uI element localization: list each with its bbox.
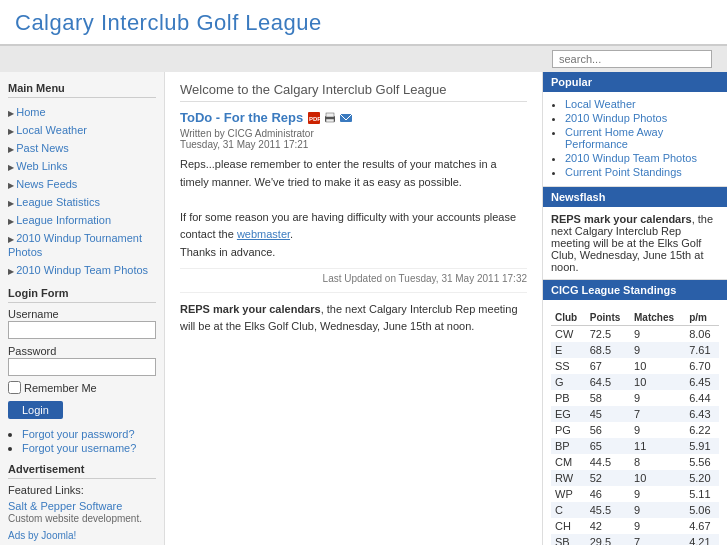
standings-cell-matches: 10 bbox=[630, 374, 685, 390]
standings-cell-pm: 6.45 bbox=[685, 374, 719, 390]
nav-link[interactable]: 2010 Windup Tournament Photos bbox=[8, 232, 142, 258]
remember-checkbox[interactable] bbox=[8, 381, 21, 394]
standings-cell-pm: 8.06 bbox=[685, 326, 719, 343]
nav-item[interactable]: League Statistics bbox=[8, 193, 156, 211]
popular-item[interactable]: Current Point Standings bbox=[565, 166, 719, 178]
standings-cell-pm: 7.61 bbox=[685, 342, 719, 358]
password-input[interactable] bbox=[8, 358, 156, 376]
standings-cell-matches: 9 bbox=[630, 518, 685, 534]
advertisement-section: Advertisement Featured Links: Salt & Pep… bbox=[8, 463, 156, 541]
article-para-3-text: Thanks in advance. bbox=[180, 246, 275, 258]
popular-box: Popular Local Weather2010 Windup PhotosC… bbox=[543, 72, 727, 187]
standings-cell-matches: 9 bbox=[630, 502, 685, 518]
popular-item[interactable]: Current Home Away Performance bbox=[565, 126, 719, 150]
standings-cell-points: 45 bbox=[586, 406, 630, 422]
article-meta-written-text: Written by CICG Administrator bbox=[180, 128, 314, 139]
popular-item[interactable]: 2010 Windup Photos bbox=[565, 112, 719, 124]
nav-link[interactable]: League Information bbox=[16, 214, 111, 226]
standings-cell-matches: 9 bbox=[630, 342, 685, 358]
main-menu-title: Main Menu bbox=[8, 82, 156, 98]
article-1-meta-written: Written by CICG Administrator Tuesday, 3… bbox=[180, 128, 527, 150]
article-2: REPS mark your calendars, the next Calga… bbox=[180, 292, 527, 336]
nav-item[interactable]: League Information bbox=[8, 211, 156, 229]
standings-content: ClubPointsMatchesp/m CW72.598.06E68.597.… bbox=[543, 300, 727, 545]
standings-cell-matches: 8 bbox=[630, 454, 685, 470]
standings-row: CW72.598.06 bbox=[551, 326, 719, 343]
nav-link[interactable]: 2010 Windup Team Photos bbox=[16, 264, 148, 276]
main-content: Welcome to the Calgary Interclub Golf Le… bbox=[165, 72, 542, 545]
popular-list: Local Weather2010 Windup PhotosCurrent H… bbox=[551, 98, 719, 178]
username-input[interactable] bbox=[8, 321, 156, 339]
standings-cell-points: 45.5 bbox=[586, 502, 630, 518]
article-para-2-text: If for some reason you are having diffic… bbox=[180, 211, 516, 241]
standings-row: G64.5106.45 bbox=[551, 374, 719, 390]
nav-list: HomeLocal WeatherPast NewsWeb LinksNews … bbox=[8, 103, 156, 279]
standings-cell-club: CW bbox=[551, 326, 586, 343]
popular-link[interactable]: Current Home Away Performance bbox=[565, 126, 663, 150]
popular-link[interactable]: Current Point Standings bbox=[565, 166, 682, 178]
standings-row: RW52105.20 bbox=[551, 470, 719, 486]
newsflash-box: Newsflash REPS mark your calendars, the … bbox=[543, 187, 727, 280]
standings-cell-club: BP bbox=[551, 438, 586, 454]
standings-cell-club: G bbox=[551, 374, 586, 390]
login-button[interactable]: Login bbox=[8, 401, 63, 419]
standings-row: BP65115.91 bbox=[551, 438, 719, 454]
nav-link[interactable]: Web Links bbox=[16, 160, 67, 172]
forgot-password-link[interactable]: Forgot your password? bbox=[22, 427, 156, 441]
standings-cell-pm: 5.56 bbox=[685, 454, 719, 470]
standings-cell-pm: 5.20 bbox=[685, 470, 719, 486]
right-sidebar: Popular Local Weather2010 Windup PhotosC… bbox=[542, 72, 727, 545]
forgot-username-link[interactable]: Forgot your username? bbox=[22, 441, 156, 455]
standings-cell-points: 64.5 bbox=[586, 374, 630, 390]
standings-cell-pm: 6.70 bbox=[685, 358, 719, 374]
standings-cell-points: 72.5 bbox=[586, 326, 630, 343]
nav-link[interactable]: Local Weather bbox=[16, 124, 87, 136]
standings-header-cell: p/m bbox=[685, 310, 719, 326]
remember-me-row: Remember Me bbox=[8, 381, 156, 394]
svg-text:PDF: PDF bbox=[309, 116, 321, 122]
newsflash-title: Newsflash bbox=[543, 187, 727, 207]
webmaster-link[interactable]: webmaster bbox=[237, 228, 290, 240]
standings-cell-points: 29.5 bbox=[586, 534, 630, 545]
popular-item[interactable]: 2010 Windup Team Photos bbox=[565, 152, 719, 164]
standings-cell-points: 46 bbox=[586, 486, 630, 502]
standings-header-cell: Club bbox=[551, 310, 586, 326]
advert-link[interactable]: Salt & Pepper Software bbox=[8, 500, 122, 512]
nav-item[interactable]: Home bbox=[8, 103, 156, 121]
article-2-bold: REPS mark your calendars bbox=[180, 303, 321, 315]
popular-item[interactable]: Local Weather bbox=[565, 98, 719, 110]
left-sidebar: Main Menu HomeLocal WeatherPast NewsWeb … bbox=[0, 72, 165, 545]
nav-link[interactable]: News Feeds bbox=[16, 178, 77, 190]
nav-link[interactable]: League Statistics bbox=[16, 196, 100, 208]
login-form-title: Login Form bbox=[8, 287, 156, 303]
search-input[interactable] bbox=[552, 50, 712, 68]
nav-item[interactable]: 2010 Windup Team Photos bbox=[8, 261, 156, 279]
article-updated: Last Updated on Tuesday, 31 May 2011 17:… bbox=[180, 268, 527, 284]
nav-item[interactable]: News Feeds bbox=[8, 175, 156, 193]
nav-link[interactable]: Home bbox=[16, 106, 45, 118]
standings-cell-club: CM bbox=[551, 454, 586, 470]
popular-link[interactable]: 2010 Windup Photos bbox=[565, 112, 667, 124]
standings-table: ClubPointsMatchesp/m CW72.598.06E68.597.… bbox=[551, 310, 719, 545]
nav-item[interactable]: 2010 Windup Tournament Photos bbox=[8, 229, 156, 261]
popular-link[interactable]: Local Weather bbox=[565, 98, 636, 110]
ads-by-label: Ads by Joomla! bbox=[8, 530, 156, 541]
standings-cell-pm: 6.43 bbox=[685, 406, 719, 422]
standings-cell-matches: 9 bbox=[630, 486, 685, 502]
main-nav: HomeLocal WeatherPast NewsWeb LinksNews … bbox=[8, 103, 156, 279]
login-links: Forgot your password? Forgot your userna… bbox=[8, 427, 156, 455]
nav-item[interactable]: Past News bbox=[8, 139, 156, 157]
standings-cell-club: C bbox=[551, 502, 586, 518]
standings-cell-matches: 7 bbox=[630, 406, 685, 422]
article-icons: PDF bbox=[307, 111, 353, 125]
newsflash-content: REPS mark your calendars, the next Calga… bbox=[543, 207, 727, 280]
nav-item[interactable]: Local Weather bbox=[8, 121, 156, 139]
nav-item[interactable]: Web Links bbox=[8, 157, 156, 175]
popular-link[interactable]: 2010 Windup Team Photos bbox=[565, 152, 697, 164]
standings-cell-pm: 6.22 bbox=[685, 422, 719, 438]
login-form: Username Password Remember Me Login Forg… bbox=[8, 308, 156, 455]
nav-link[interactable]: Past News bbox=[16, 142, 69, 154]
forgot-username-anchor[interactable]: Forgot your username? bbox=[22, 442, 136, 454]
standings-row: EG4576.43 bbox=[551, 406, 719, 422]
forgot-password-anchor[interactable]: Forgot your password? bbox=[22, 428, 135, 440]
